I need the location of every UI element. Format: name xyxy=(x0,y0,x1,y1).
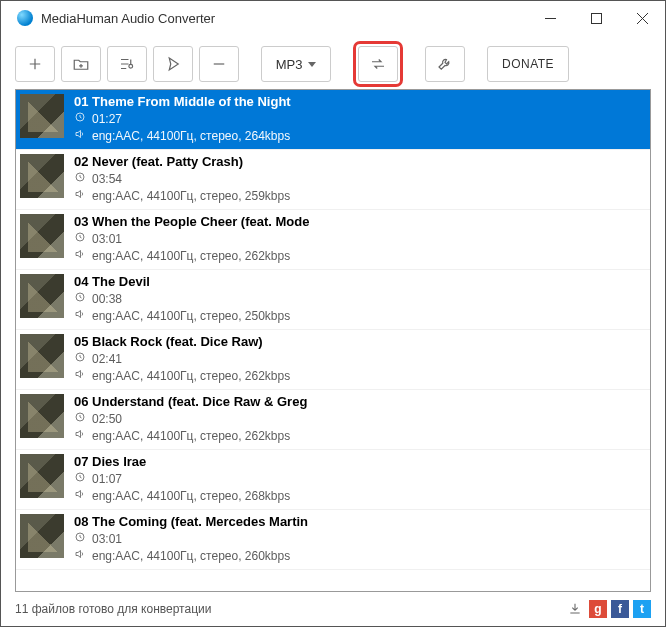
track-title: 01 Theme From Middle of the Night xyxy=(74,94,642,109)
clock-icon xyxy=(74,471,86,486)
track-row[interactable]: 04 The Devil00:38eng:AAC, 44100Гц, стере… xyxy=(16,270,650,330)
svg-point-1 xyxy=(129,64,133,68)
maximize-button[interactable] xyxy=(573,1,619,35)
sound-icon xyxy=(74,488,86,503)
svg-rect-0 xyxy=(591,13,601,23)
track-duration: 00:38 xyxy=(92,292,122,306)
status-text: 11 файлов готово для конвертации xyxy=(15,602,211,616)
clock-icon xyxy=(74,351,86,366)
donate-button[interactable]: DONATE xyxy=(487,46,569,82)
album-art xyxy=(20,154,64,198)
track-row[interactable]: 01 Theme From Middle of the Night01:27en… xyxy=(16,90,650,150)
track-codec: eng:AAC, 44100Гц, стерео, 262kbps xyxy=(92,429,290,443)
titlebar-left: MediaHuman Audio Converter xyxy=(17,10,215,26)
clock-icon xyxy=(74,171,86,186)
track-list-container: 01 Theme From Middle of the Night01:27en… xyxy=(15,89,651,592)
track-row[interactable]: 02 Never (feat. Patty Crash)03:54eng:AAC… xyxy=(16,150,650,210)
locate-button[interactable] xyxy=(153,46,193,82)
track-row[interactable]: 05 Black Rock (feat. Dice Raw)02:41eng:A… xyxy=(16,330,650,390)
sound-icon xyxy=(74,428,86,443)
convert-highlight xyxy=(353,41,403,87)
track-duration: 03:01 xyxy=(92,532,122,546)
close-button[interactable] xyxy=(619,1,665,35)
sound-icon xyxy=(74,188,86,203)
track-codec: eng:AAC, 44100Гц, стерео, 262kbps xyxy=(92,249,290,263)
tag-icon xyxy=(164,55,182,73)
titlebar: MediaHuman Audio Converter xyxy=(1,1,665,35)
track-codec-line: eng:AAC, 44100Гц, стерео, 262kbps xyxy=(74,248,642,263)
add-file-button[interactable] xyxy=(15,46,55,82)
minimize-button[interactable] xyxy=(527,1,573,35)
track-codec-line: eng:AAC, 44100Гц, стерео, 250kbps xyxy=(74,308,642,323)
track-duration-line: 02:41 xyxy=(74,351,642,366)
clock-icon xyxy=(74,531,86,546)
track-codec-line: eng:AAC, 44100Гц, стерео, 262kbps xyxy=(74,368,642,383)
track-row[interactable]: 03 When the People Cheer (feat. Mode03:0… xyxy=(16,210,650,270)
facebook-icon[interactable]: f xyxy=(611,600,629,618)
window-title: MediaHuman Audio Converter xyxy=(41,11,215,26)
track-codec: eng:AAC, 44100Гц, стерео, 268kbps xyxy=(92,489,290,503)
convert-arrows-icon xyxy=(369,55,387,73)
track-title: 02 Never (feat. Patty Crash) xyxy=(74,154,642,169)
track-duration-line: 01:27 xyxy=(74,111,642,126)
track-duration-line: 03:01 xyxy=(74,231,642,246)
track-row[interactable]: 08 The Coming (feat. Mercedes Martin03:0… xyxy=(16,510,650,570)
sound-icon xyxy=(74,548,86,563)
track-duration: 01:07 xyxy=(92,472,122,486)
track-info: 01 Theme From Middle of the Night01:27en… xyxy=(74,94,642,143)
track-title: 08 The Coming (feat. Mercedes Martin xyxy=(74,514,642,529)
search-tracks-button[interactable] xyxy=(107,46,147,82)
clock-icon xyxy=(74,111,86,126)
track-codec-line: eng:AAC, 44100Гц, стерео, 259kbps xyxy=(74,188,642,203)
album-art xyxy=(20,454,64,498)
settings-button[interactable] xyxy=(425,46,465,82)
track-title: 05 Black Rock (feat. Dice Raw) xyxy=(74,334,642,349)
track-info: 08 The Coming (feat. Mercedes Martin03:0… xyxy=(74,514,642,563)
track-duration: 02:41 xyxy=(92,352,122,366)
sound-icon xyxy=(74,368,86,383)
track-row[interactable]: 06 Understand (feat. Dice Raw & Greg02:5… xyxy=(16,390,650,450)
track-info: 02 Never (feat. Patty Crash)03:54eng:AAC… xyxy=(74,154,642,203)
track-title: 03 When the People Cheer (feat. Mode xyxy=(74,214,642,229)
album-art xyxy=(20,334,64,378)
output-format-dropdown[interactable]: MP3 xyxy=(261,46,331,82)
album-art xyxy=(20,94,64,138)
remove-button[interactable] xyxy=(199,46,239,82)
donate-label: DONATE xyxy=(502,57,554,71)
sound-icon xyxy=(74,128,86,143)
track-duration: 03:01 xyxy=(92,232,122,246)
track-codec-line: eng:AAC, 44100Гц, стерео, 260kbps xyxy=(74,548,642,563)
statusbar: 11 файлов готово для конвертации g f t xyxy=(15,598,651,620)
sound-icon xyxy=(74,308,86,323)
track-codec-line: eng:AAC, 44100Гц, стерео, 264kbps xyxy=(74,128,642,143)
folder-plus-icon xyxy=(72,55,90,73)
track-info: 06 Understand (feat. Dice Raw & Greg02:5… xyxy=(74,394,642,443)
plus-icon xyxy=(26,55,44,73)
track-duration-line: 03:01 xyxy=(74,531,642,546)
track-codec: eng:AAC, 44100Гц, стерео, 264kbps xyxy=(92,129,290,143)
track-codec: eng:AAC, 44100Гц, стерео, 262kbps xyxy=(92,369,290,383)
app-icon xyxy=(17,10,33,26)
download-updates-icon[interactable] xyxy=(565,600,585,618)
track-info: 07 Dies Irae01:07eng:AAC, 44100Гц, стере… xyxy=(74,454,642,503)
twitter-icon[interactable]: t xyxy=(633,600,651,618)
format-label: MP3 xyxy=(276,57,303,72)
track-info: 04 The Devil00:38eng:AAC, 44100Гц, стере… xyxy=(74,274,642,323)
sound-icon xyxy=(74,248,86,263)
track-info: 03 When the People Cheer (feat. Mode03:0… xyxy=(74,214,642,263)
googleplus-icon[interactable]: g xyxy=(589,600,607,618)
track-duration-line: 02:50 xyxy=(74,411,642,426)
track-duration: 03:54 xyxy=(92,172,122,186)
clock-icon xyxy=(74,291,86,306)
add-folder-button[interactable] xyxy=(61,46,101,82)
convert-button[interactable] xyxy=(358,46,398,82)
track-duration-line: 01:07 xyxy=(74,471,642,486)
track-list[interactable]: 01 Theme From Middle of the Night01:27en… xyxy=(16,90,650,591)
track-info: 05 Black Rock (feat. Dice Raw)02:41eng:A… xyxy=(74,334,642,383)
track-duration: 01:27 xyxy=(92,112,122,126)
track-duration-line: 00:38 xyxy=(74,291,642,306)
album-art xyxy=(20,514,64,558)
track-codec-line: eng:AAC, 44100Гц, стерео, 268kbps xyxy=(74,488,642,503)
track-row[interactable]: 07 Dies Irae01:07eng:AAC, 44100Гц, стере… xyxy=(16,450,650,510)
track-codec: eng:AAC, 44100Гц, стерео, 259kbps xyxy=(92,189,290,203)
